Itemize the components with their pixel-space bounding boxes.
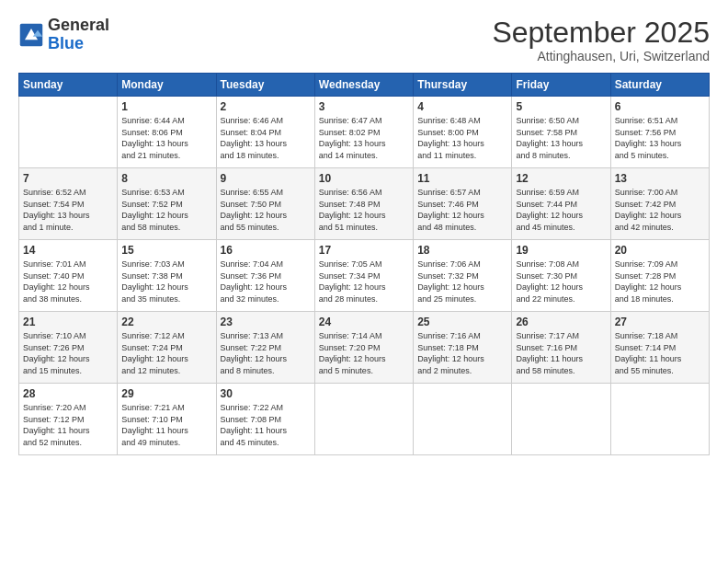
day-info: Sunrise: 7:05 AM Sunset: 7:34 PM Dayligh… bbox=[319, 259, 409, 304]
day-info: Sunrise: 7:17 AM Sunset: 7:16 PM Dayligh… bbox=[516, 330, 606, 376]
page: General Blue September 2025 Attinghausen… bbox=[0, 0, 728, 563]
day-info: Sunrise: 6:53 AM Sunset: 7:52 PM Dayligh… bbox=[121, 187, 211, 233]
calendar-cell: 14Sunrise: 7:01 AM Sunset: 7:40 PM Dayli… bbox=[19, 240, 118, 312]
calendar-cell: 12Sunrise: 6:59 AM Sunset: 7:44 PM Dayli… bbox=[512, 168, 610, 240]
calendar-cell: 29Sunrise: 7:21 AM Sunset: 7:10 PM Dayli… bbox=[118, 384, 216, 455]
calendar-cell: 21Sunrise: 7:10 AM Sunset: 7:26 PM Dayli… bbox=[19, 312, 118, 384]
calendar-cell: 16Sunrise: 7:04 AM Sunset: 7:36 PM Dayli… bbox=[216, 240, 314, 312]
day-number: 8 bbox=[121, 172, 211, 185]
month-title: September 2025 bbox=[492, 17, 710, 49]
calendar-cell: 7Sunrise: 6:52 AM Sunset: 7:54 PM Daylig… bbox=[19, 168, 118, 240]
calendar-cell bbox=[512, 384, 610, 455]
day-number: 6 bbox=[615, 100, 705, 113]
day-info: Sunrise: 7:00 AM Sunset: 7:42 PM Dayligh… bbox=[615, 187, 705, 233]
day-info: Sunrise: 7:04 AM Sunset: 7:36 PM Dayligh… bbox=[221, 259, 311, 304]
title-area: September 2025 Attinghausen, Uri, Switze… bbox=[492, 17, 710, 63]
calendar-cell: 23Sunrise: 7:13 AM Sunset: 7:22 PM Dayli… bbox=[216, 312, 314, 384]
day-info: Sunrise: 6:46 AM Sunset: 8:04 PM Dayligh… bbox=[221, 115, 311, 161]
week-row-4: 21Sunrise: 7:10 AM Sunset: 7:26 PM Dayli… bbox=[19, 312, 710, 384]
day-info: Sunrise: 6:50 AM Sunset: 7:58 PM Dayligh… bbox=[516, 115, 606, 161]
calendar-cell: 22Sunrise: 7:12 AM Sunset: 7:24 PM Dayli… bbox=[118, 312, 216, 384]
calendar-table: SundayMondayTuesdayWednesdayThursdayFrid… bbox=[18, 73, 710, 455]
day-number: 24 bbox=[319, 316, 409, 328]
day-info: Sunrise: 6:47 AM Sunset: 8:02 PM Dayligh… bbox=[319, 115, 409, 161]
day-number: 15 bbox=[121, 244, 211, 257]
day-number: 12 bbox=[516, 172, 606, 185]
location: Attinghausen, Uri, Switzerland bbox=[492, 49, 710, 63]
day-info: Sunrise: 7:20 AM Sunset: 7:12 PM Dayligh… bbox=[23, 402, 113, 448]
day-number: 18 bbox=[417, 244, 507, 257]
day-info: Sunrise: 6:52 AM Sunset: 7:54 PM Dayligh… bbox=[23, 187, 113, 233]
logo-text: General Blue bbox=[48, 17, 109, 53]
calendar-cell bbox=[610, 384, 709, 455]
col-header-wednesday: Wednesday bbox=[314, 74, 413, 97]
day-info: Sunrise: 7:08 AM Sunset: 7:30 PM Dayligh… bbox=[516, 259, 606, 304]
logo-blue: Blue bbox=[48, 34, 84, 52]
day-info: Sunrise: 7:22 AM Sunset: 7:08 PM Dayligh… bbox=[221, 402, 311, 448]
day-info: Sunrise: 6:51 AM Sunset: 7:56 PM Dayligh… bbox=[615, 115, 705, 161]
day-info: Sunrise: 6:57 AM Sunset: 7:46 PM Dayligh… bbox=[417, 187, 507, 233]
day-number: 3 bbox=[319, 100, 409, 113]
day-info: Sunrise: 6:59 AM Sunset: 7:44 PM Dayligh… bbox=[516, 187, 606, 233]
day-number: 23 bbox=[221, 316, 311, 328]
calendar-cell: 17Sunrise: 7:05 AM Sunset: 7:34 PM Dayli… bbox=[314, 240, 413, 312]
calendar-cell: 6Sunrise: 6:51 AM Sunset: 7:56 PM Daylig… bbox=[610, 97, 709, 168]
calendar-cell: 28Sunrise: 7:20 AM Sunset: 7:12 PM Dayli… bbox=[19, 384, 118, 455]
day-info: Sunrise: 7:03 AM Sunset: 7:38 PM Dayligh… bbox=[121, 259, 211, 304]
day-number: 29 bbox=[121, 387, 211, 400]
day-number: 5 bbox=[516, 100, 606, 113]
day-number: 2 bbox=[221, 100, 311, 113]
calendar-cell bbox=[414, 384, 512, 455]
calendar-cell: 30Sunrise: 7:22 AM Sunset: 7:08 PM Dayli… bbox=[216, 384, 314, 455]
calendar-cell: 10Sunrise: 6:56 AM Sunset: 7:48 PM Dayli… bbox=[314, 168, 413, 240]
header-row: SundayMondayTuesdayWednesdayThursdayFrid… bbox=[19, 74, 710, 97]
week-row-3: 14Sunrise: 7:01 AM Sunset: 7:40 PM Dayli… bbox=[19, 240, 710, 312]
day-number: 26 bbox=[516, 316, 606, 328]
day-number: 25 bbox=[417, 316, 507, 328]
col-header-thursday: Thursday bbox=[414, 74, 512, 97]
day-number: 19 bbox=[516, 244, 606, 257]
col-header-monday: Monday bbox=[118, 74, 216, 97]
day-number: 17 bbox=[319, 244, 409, 257]
day-number: 14 bbox=[23, 244, 113, 257]
calendar-cell: 5Sunrise: 6:50 AM Sunset: 7:58 PM Daylig… bbox=[512, 97, 610, 168]
week-row-1: 1Sunrise: 6:44 AM Sunset: 8:06 PM Daylig… bbox=[19, 97, 710, 168]
week-row-5: 28Sunrise: 7:20 AM Sunset: 7:12 PM Dayli… bbox=[19, 384, 710, 455]
day-info: Sunrise: 7:13 AM Sunset: 7:22 PM Dayligh… bbox=[221, 330, 311, 376]
logo-icon bbox=[18, 22, 44, 48]
calendar-cell: 8Sunrise: 6:53 AM Sunset: 7:52 PM Daylig… bbox=[118, 168, 216, 240]
calendar-cell: 18Sunrise: 7:06 AM Sunset: 7:32 PM Dayli… bbox=[414, 240, 512, 312]
day-number: 13 bbox=[615, 172, 705, 185]
day-number: 20 bbox=[615, 244, 705, 257]
calendar-cell: 25Sunrise: 7:16 AM Sunset: 7:18 PM Dayli… bbox=[414, 312, 512, 384]
day-number: 27 bbox=[615, 316, 705, 328]
calendar-cell: 27Sunrise: 7:18 AM Sunset: 7:14 PM Dayli… bbox=[610, 312, 709, 384]
col-header-saturday: Saturday bbox=[610, 74, 709, 97]
day-info: Sunrise: 7:01 AM Sunset: 7:40 PM Dayligh… bbox=[23, 259, 113, 304]
day-info: Sunrise: 7:14 AM Sunset: 7:20 PM Dayligh… bbox=[319, 330, 409, 376]
calendar-cell: 24Sunrise: 7:14 AM Sunset: 7:20 PM Dayli… bbox=[314, 312, 413, 384]
day-info: Sunrise: 7:06 AM Sunset: 7:32 PM Dayligh… bbox=[417, 259, 507, 304]
calendar-cell bbox=[19, 97, 118, 168]
calendar-cell: 20Sunrise: 7:09 AM Sunset: 7:28 PM Dayli… bbox=[610, 240, 709, 312]
day-number: 1 bbox=[121, 100, 211, 113]
day-number: 22 bbox=[121, 316, 211, 328]
calendar-cell: 4Sunrise: 6:48 AM Sunset: 8:00 PM Daylig… bbox=[414, 97, 512, 168]
week-row-2: 7Sunrise: 6:52 AM Sunset: 7:54 PM Daylig… bbox=[19, 168, 710, 240]
day-info: Sunrise: 6:56 AM Sunset: 7:48 PM Dayligh… bbox=[319, 187, 409, 233]
logo: General Blue bbox=[18, 17, 109, 53]
day-info: Sunrise: 7:18 AM Sunset: 7:14 PM Dayligh… bbox=[615, 330, 705, 376]
day-info: Sunrise: 6:48 AM Sunset: 8:00 PM Dayligh… bbox=[417, 115, 507, 161]
day-info: Sunrise: 7:09 AM Sunset: 7:28 PM Dayligh… bbox=[615, 259, 705, 304]
day-number: 30 bbox=[221, 387, 311, 400]
day-number: 11 bbox=[417, 172, 507, 185]
day-number: 10 bbox=[319, 172, 409, 185]
day-number: 7 bbox=[23, 172, 113, 185]
day-info: Sunrise: 6:44 AM Sunset: 8:06 PM Dayligh… bbox=[121, 115, 211, 161]
col-header-friday: Friday bbox=[512, 74, 610, 97]
calendar-cell: 2Sunrise: 6:46 AM Sunset: 8:04 PM Daylig… bbox=[216, 97, 314, 168]
day-number: 28 bbox=[23, 387, 113, 400]
calendar-cell bbox=[314, 384, 413, 455]
calendar-cell: 3Sunrise: 6:47 AM Sunset: 8:02 PM Daylig… bbox=[314, 97, 413, 168]
day-info: Sunrise: 7:10 AM Sunset: 7:26 PM Dayligh… bbox=[23, 330, 113, 376]
